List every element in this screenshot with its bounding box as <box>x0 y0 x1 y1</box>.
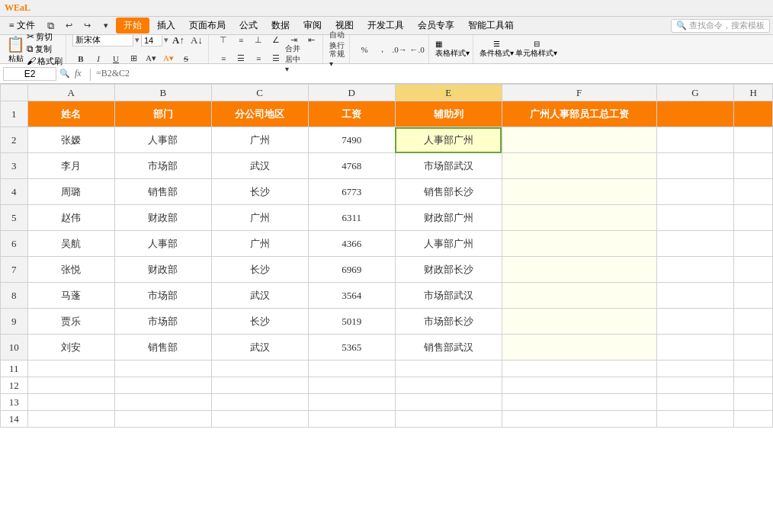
cell-aux-4[interactable]: 人事部广州 <box>395 231 502 257</box>
font-color-btn[interactable]: A▾ <box>160 50 177 67</box>
col-header-G[interactable]: G <box>656 85 734 101</box>
cell-style-btn[interactable]: ⊟单元格样式▾ <box>515 40 557 59</box>
empty-cell[interactable] <box>734 377 773 394</box>
cell-extra-5-0[interactable] <box>656 257 734 283</box>
cell-name-7[interactable]: 贾乐 <box>27 309 114 335</box>
align-right-btn[interactable]: ≡ <box>250 50 267 67</box>
empty-cell[interactable] <box>27 361 114 377</box>
col-header-E[interactable]: E <box>395 85 502 101</box>
cell-dept-1[interactable]: 市场部 <box>114 153 211 179</box>
cell-salary-7[interactable]: 5019 <box>308 309 395 335</box>
cell-dept-3[interactable]: 财政部 <box>114 205 211 231</box>
cell-aux-5[interactable]: 财政部长沙 <box>395 257 502 283</box>
wrap-btn[interactable]: 自动换行 <box>329 32 346 49</box>
cell-total-4[interactable] <box>502 231 656 257</box>
cell-region-0[interactable]: 广州 <box>211 127 308 153</box>
empty-cell[interactable] <box>502 377 656 394</box>
cell-extra-8-0[interactable] <box>656 335 734 361</box>
cell-extra-6-1[interactable] <box>734 283 773 309</box>
cell-region-2[interactable]: 长沙 <box>211 179 308 205</box>
font-size-input[interactable] <box>141 34 162 46</box>
col-header-A[interactable]: A <box>27 85 114 101</box>
header-cell-5[interactable]: 广州人事部员工总工资 <box>502 101 656 127</box>
empty-cell[interactable] <box>27 411 114 428</box>
cell-extra-5-1[interactable] <box>734 257 773 283</box>
cell-extra-1-0[interactable] <box>656 153 734 179</box>
cell-extra-7-1[interactable] <box>734 309 773 335</box>
align-bottom-btn[interactable]: ⊥ <box>250 32 267 49</box>
empty-cell[interactable] <box>114 411 211 428</box>
cell-extra-0-0[interactable] <box>656 127 734 153</box>
cell-extra-4-0[interactable] <box>656 231 734 257</box>
col-header-H[interactable]: H <box>734 85 773 101</box>
cell-aux-1[interactable]: 市场部武汉 <box>395 153 502 179</box>
align-left-btn[interactable]: ≡ <box>215 50 232 67</box>
menu-dev[interactable]: 开发工具 <box>361 18 410 34</box>
cell-salary-0[interactable]: 7490 <box>308 127 395 153</box>
cell-extra-0-1[interactable] <box>734 127 773 153</box>
header-cell-extra-1[interactable] <box>734 101 773 127</box>
cell-aux-6[interactable]: 市场部武汉 <box>395 283 502 309</box>
empty-cell[interactable] <box>114 394 211 411</box>
strikethrough-btn[interactable]: S <box>178 50 194 67</box>
cell-total-6[interactable] <box>502 283 656 309</box>
format-brush-btn[interactable]: 🖌格式刷 <box>27 56 63 67</box>
cell-salary-3[interactable]: 6311 <box>308 205 395 231</box>
cell-salary-6[interactable]: 3564 <box>308 283 395 309</box>
cell-extra-3-0[interactable] <box>656 205 734 231</box>
angle-text-btn[interactable]: ∠ <box>268 32 284 49</box>
search-bar[interactable]: 🔍 查找命令，搜索模板 <box>671 19 770 33</box>
empty-cell[interactable] <box>27 394 114 411</box>
underline-btn[interactable]: U <box>107 50 124 67</box>
cell-region-6[interactable]: 武汉 <box>211 283 308 309</box>
cell-aux-3[interactable]: 财政部广州 <box>395 205 502 231</box>
cell-aux-8[interactable]: 销售部武汉 <box>395 335 502 361</box>
cell-reference-input[interactable] <box>3 67 56 81</box>
col-header-D[interactable]: D <box>308 85 395 101</box>
cell-dept-8[interactable]: 销售部 <box>114 335 211 361</box>
cell-salary-4[interactable]: 4366 <box>308 231 395 257</box>
decimal-remove-btn[interactable]: ←.0 <box>409 41 425 58</box>
menu-smart[interactable]: 智能工具箱 <box>462 18 520 34</box>
font-size-increase[interactable]: A↑ <box>170 32 187 49</box>
cell-dept-4[interactable]: 人事部 <box>114 231 211 257</box>
cell-extra-2-0[interactable] <box>656 179 734 205</box>
copy-btn[interactable]: ⧉复制 <box>27 43 63 55</box>
paste-btn[interactable]: 📋 粘贴 <box>6 35 25 64</box>
cell-total-0[interactable] <box>502 127 656 153</box>
cell-extra-4-1[interactable] <box>734 231 773 257</box>
empty-cell[interactable] <box>395 361 502 377</box>
cell-total-5[interactable] <box>502 257 656 283</box>
empty-cell[interactable] <box>308 361 395 377</box>
outdent-btn[interactable]: ⇤ <box>303 32 319 49</box>
cell-aux-0[interactable]: 人事部广州 <box>395 127 502 153</box>
cell-name-1[interactable]: 李月 <box>27 153 114 179</box>
cell-dept-5[interactable]: 财政部 <box>114 257 211 283</box>
cell-region-8[interactable]: 武汉 <box>211 335 308 361</box>
empty-cell[interactable] <box>734 411 773 428</box>
cell-extra-3-1[interactable] <box>734 205 773 231</box>
cell-region-3[interactable]: 广州 <box>211 205 308 231</box>
empty-cell[interactable] <box>502 361 656 377</box>
empty-cell[interactable] <box>395 377 502 394</box>
menu-member[interactable]: 会员专享 <box>412 18 460 34</box>
cell-dept-6[interactable]: 市场部 <box>114 283 211 309</box>
cell-salary-2[interactable]: 6773 <box>308 179 395 205</box>
empty-cell[interactable] <box>114 361 211 377</box>
cell-aux-2[interactable]: 销售部长沙 <box>395 179 502 205</box>
comma-btn[interactable]: ， <box>374 41 390 58</box>
cut-btn[interactable]: ✂剪切 <box>27 31 63 43</box>
empty-cell[interactable] <box>734 394 773 411</box>
cell-region-4[interactable]: 广州 <box>211 231 308 257</box>
cell-total-2[interactable] <box>502 179 656 205</box>
header-cell-4[interactable]: 辅助列 <box>395 101 502 127</box>
cell-total-7[interactable] <box>502 309 656 335</box>
cell-extra-2-1[interactable] <box>734 179 773 205</box>
empty-cell[interactable] <box>502 411 656 428</box>
font-name-input[interactable] <box>72 34 133 46</box>
cell-aux-7[interactable]: 市场部长沙 <box>395 309 502 335</box>
cell-name-5[interactable]: 张悦 <box>27 257 114 283</box>
empty-cell[interactable] <box>656 411 734 428</box>
cell-dept-2[interactable]: 销售部 <box>114 179 211 205</box>
font-size-decrease[interactable]: A↓ <box>188 32 205 49</box>
